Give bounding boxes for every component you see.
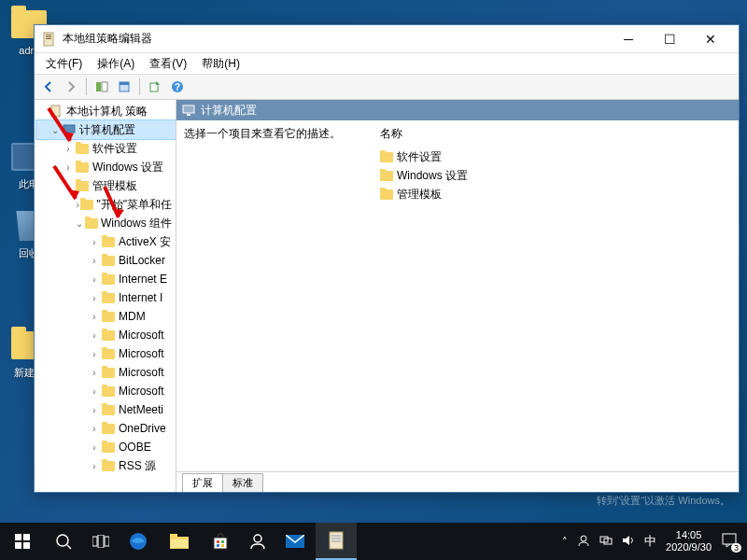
toolbar-show-hide-tree-button[interactable] [92,77,112,97]
menu-view[interactable]: 查看(V) [142,54,194,74]
tree-item[interactable]: ›Microsoft [36,326,176,344]
system-tray: ˄ 中 14:05 2020/9/30 3 [562,529,745,553]
expand-toggle[interactable]: › [89,237,100,247]
expand-toggle[interactable]: › [89,386,100,397]
detail-pane: 计算机配置 选择一个项目来查看它的描述。 名称 软件设置Windows 设置管理… [176,100,739,492]
tab-extended[interactable]: 扩展 [182,473,223,492]
tray-network-icon[interactable] [599,534,613,549]
taskbar-mail[interactable] [275,523,316,560]
menu-action[interactable]: 操作(A) [90,54,142,74]
folder-icon [380,189,393,200]
tree-admin-templates[interactable]: ⌄管理模板 [36,176,176,195]
expand-toggle[interactable]: ⌄ [49,125,61,135]
computer-icon [182,105,195,116]
policy-icon [49,105,63,118]
group-policy-editor-window: 本地组策略编辑器 ─ ☐ ✕ 文件(F) 操作(A) 查看(V) 帮助(H) ? [34,24,740,493]
svg-rect-33 [221,544,224,547]
folder-icon [101,347,116,360]
menu-file[interactable]: 文件(F) [38,54,90,74]
tree-item[interactable]: ›Microsoft [36,382,176,400]
tree-item[interactable]: ›Microsoft [36,363,176,382]
close-button[interactable]: ✕ [690,26,731,52]
folder-icon [380,171,393,181]
tree-item[interactable]: ›BitLocker [36,251,176,270]
menu-help[interactable]: 帮助(H) [194,54,247,74]
taskbar-store[interactable] [200,523,241,560]
expand-toggle[interactable]: › [63,144,74,154]
tree-pane[interactable]: 本地计算机 策略 ⌄计算机配置 ›软件设置 ›Windows 设置 ⌄管理模板 … [35,100,176,492]
tree-item[interactable]: ›OOBE [36,438,176,456]
tab-standard[interactable]: 标准 [222,473,263,492]
tray-people-icon[interactable] [577,534,590,549]
expand-toggle[interactable]: › [89,293,100,303]
taskbar[interactable]: ˄ 中 14:05 2020/9/30 3 [0,523,747,560]
maximize-button[interactable]: ☐ [649,26,690,52]
expand-toggle[interactable]: › [89,349,100,359]
toolbar: ? [35,74,739,100]
toolbar-help-button[interactable]: ? [167,77,188,97]
tray-clock[interactable]: 14:05 2020/9/30 [666,529,712,553]
expand-toggle[interactable]: ⌄ [76,218,84,229]
expand-toggle[interactable]: › [76,200,79,210]
tree-item[interactable]: ›OneDrive [36,419,176,438]
list-item[interactable]: Windows 设置 [380,166,731,185]
svg-point-34 [254,535,261,542]
svg-line-21 [67,545,71,549]
expand-toggle[interactable]: › [89,330,100,341]
tree-software-settings[interactable]: ›软件设置 [36,139,176,158]
activation-watermark: 激活 Windows 转到"设置"以激活 Windows。 [597,469,731,508]
column-header-name[interactable]: 名称 [380,126,731,142]
task-view-button[interactable] [84,523,118,560]
tray-ime-indicator[interactable]: 中 [644,533,656,550]
expand-toggle[interactable]: ⌄ [63,181,74,191]
svg-rect-11 [51,105,60,117]
tree-windows-settings[interactable]: ›Windows 设置 [36,158,176,176]
search-button[interactable] [43,523,84,560]
svg-rect-13 [67,133,71,135]
toolbar-export-button[interactable] [145,77,165,97]
minimize-button[interactable]: ─ [608,26,649,52]
taskbar-edge[interactable] [118,523,159,560]
start-button[interactable] [2,523,43,560]
taskbar-file-explorer[interactable] [159,523,200,560]
svg-rect-1 [46,35,51,35]
list-item[interactable]: 管理模板 [380,185,731,203]
nav-forward-button[interactable] [61,77,81,97]
tree-computer-config[interactable]: ⌄计算机配置 [36,120,176,139]
expand-toggle[interactable]: › [89,424,100,434]
titlebar[interactable]: 本地组策略编辑器 ─ ☐ ✕ [35,25,739,53]
tree-start-menu[interactable]: ›"开始"菜单和任 [36,195,176,214]
tree-item[interactable]: ›Microsoft [36,344,176,363]
tree-item[interactable]: ›MDM [36,307,176,326]
computer-icon [62,123,77,136]
window-title: 本地组策略编辑器 [63,31,608,47]
toolbar-properties-button[interactable] [114,77,134,97]
nav-back-button[interactable] [38,77,59,97]
expand-toggle[interactable]: › [89,405,100,415]
expand-toggle[interactable]: › [63,162,74,173]
expand-toggle[interactable]: › [89,274,100,285]
folder-icon [75,161,90,174]
tree-item[interactable]: ›RSS 源 [36,456,176,475]
tree-root[interactable]: 本地计算机 策略 [36,102,176,120]
tree-item[interactable]: ›NetMeeti [36,400,176,419]
tree-windows-components[interactable]: ⌄Windows 组件 [36,214,176,232]
tray-notifications-button[interactable]: 3 [721,532,738,551]
tree-item[interactable]: ›Internet E [36,270,176,288]
tree-item[interactable]: ›Internet I [36,288,176,307]
tray-volume-icon[interactable] [622,534,635,549]
folder-icon [101,291,116,304]
taskbar-people[interactable] [241,523,275,560]
tray-chevron-up-icon[interactable]: ˄ [562,536,568,548]
svg-rect-17 [23,534,30,540]
svg-rect-24 [105,537,109,546]
taskbar-notepad-active[interactable] [316,523,357,560]
expand-toggle[interactable]: › [89,312,100,322]
expand-toggle[interactable]: › [89,368,100,378]
list-item[interactable]: 软件设置 [380,147,731,166]
expand-toggle[interactable]: › [89,256,100,266]
svg-rect-36 [330,532,343,549]
expand-toggle[interactable]: › [89,442,100,453]
expand-toggle[interactable]: › [89,461,100,471]
tree-item[interactable]: ›ActiveX 安 [36,232,176,251]
